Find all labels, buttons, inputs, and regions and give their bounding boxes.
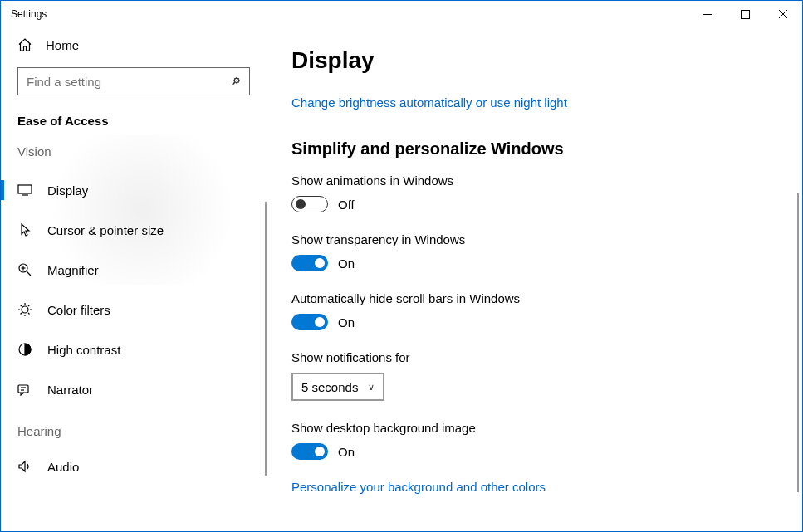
- high-contrast-icon: [17, 342, 32, 357]
- svg-line-15: [21, 305, 22, 307]
- setting-label-scrollbars: Automatically hide scroll bars in Window…: [291, 291, 777, 305]
- titlebar: Settings: [1, 1, 802, 27]
- sidebar-item-narrator[interactable]: Narrator: [1, 369, 267, 409]
- setting-label-transparency: Show transparency in Windows: [291, 232, 777, 246]
- home-label: Home: [46, 38, 79, 52]
- group-header-vision: Vision: [1, 144, 267, 170]
- group-header-hearing: Hearing: [1, 409, 267, 450]
- nav-list-vision: Display Cursor & pointer size Magnifier …: [1, 170, 267, 409]
- close-button[interactable]: [764, 1, 802, 27]
- magnifier-icon: [17, 262, 32, 277]
- svg-line-16: [28, 313, 30, 315]
- minimize-button[interactable]: [688, 1, 726, 27]
- category-title: Ease of Access: [1, 114, 267, 144]
- toggle-scrollbars[interactable]: [291, 314, 328, 330]
- color-filters-icon: [17, 302, 32, 317]
- svg-rect-1: [741, 10, 749, 18]
- maximize-button[interactable]: [726, 1, 764, 27]
- sidebar-item-audio[interactable]: Audio: [1, 450, 267, 483]
- svg-rect-20: [18, 385, 28, 393]
- sidebar-item-display[interactable]: Display: [1, 170, 267, 210]
- link-personalize[interactable]: Personalize your background and other co…: [291, 480, 777, 494]
- toggle-transparency[interactable]: [291, 255, 328, 271]
- setting-label-animations: Show animations in Windows: [291, 173, 777, 188]
- window-controls: [688, 1, 802, 27]
- page-title: Display: [291, 47, 777, 74]
- narrator-icon: [17, 382, 32, 397]
- sidebar-item-label: Narrator: [47, 383, 93, 397]
- home-nav[interactable]: Home: [1, 27, 267, 67]
- search-icon: 🔍︎: [230, 76, 241, 88]
- section-title: Simplify and personalize Windows: [291, 139, 777, 159]
- toggle-state-scrollbars: On: [338, 315, 355, 329]
- window-title: Settings: [11, 8, 688, 20]
- toggle-animations[interactable]: [291, 196, 328, 212]
- display-icon: [17, 183, 32, 198]
- sidebar-item-label: Color filters: [47, 303, 110, 317]
- search-field[interactable]: [27, 75, 230, 89]
- combo-value: 5 seconds: [301, 380, 358, 394]
- svg-line-18: [28, 305, 30, 307]
- svg-line-17: [21, 313, 22, 315]
- toggle-state-background: On: [338, 445, 355, 459]
- svg-point-10: [22, 306, 28, 313]
- sidebar-item-high-contrast[interactable]: High contrast: [1, 329, 267, 369]
- chevron-down-icon: ∨: [368, 382, 375, 393]
- toggle-state-animations: Off: [338, 198, 355, 212]
- sidebar-item-magnifier[interactable]: Magnifier: [1, 250, 267, 290]
- setting-label-notifications: Show notifications for: [291, 350, 777, 364]
- sidebar-item-cursor[interactable]: Cursor & pointer size: [1, 210, 267, 250]
- svg-rect-4: [18, 185, 32, 193]
- content-pane: Display Change brightness automatically …: [267, 27, 802, 531]
- sidebar-item-label: Audio: [47, 460, 79, 474]
- search-input[interactable]: 🔍︎: [17, 67, 250, 95]
- setting-label-background: Show desktop background image: [291, 421, 777, 435]
- link-brightness[interactable]: Change brightness automatically or use n…: [291, 95, 777, 110]
- toggle-state-transparency: On: [338, 256, 355, 271]
- svg-line-7: [27, 271, 31, 276]
- sidebar-item-label: High contrast: [47, 343, 120, 357]
- home-icon: [17, 37, 32, 52]
- content-scrollbar[interactable]: [797, 193, 799, 492]
- sidebar: Home 🔍︎ Ease of Access Vision Display C: [1, 27, 267, 531]
- combo-notifications[interactable]: 5 seconds ∨: [291, 373, 384, 401]
- audio-icon: [17, 459, 32, 474]
- toggle-background[interactable]: [291, 443, 328, 460]
- sidebar-item-label: Display: [47, 183, 88, 198]
- sidebar-item-label: Cursor & pointer size: [47, 223, 164, 237]
- sidebar-item-label: Magnifier: [47, 263, 99, 277]
- cursor-icon: [17, 222, 32, 237]
- sidebar-item-color-filters[interactable]: Color filters: [1, 290, 267, 329]
